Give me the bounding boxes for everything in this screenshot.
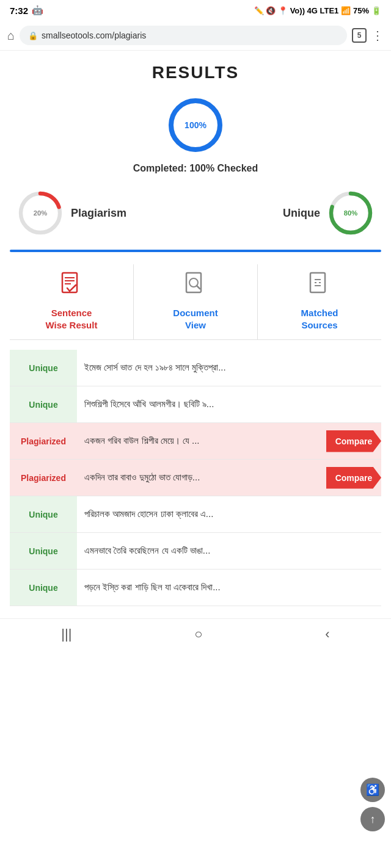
main-content: RESULTS 100% Completed: 100% Checked 20%… <box>0 51 391 618</box>
url-bar[interactable]: 🔒 smallseotools.com/plagiaris <box>20 26 347 45</box>
result-text: একজন গরিব বাউল শিল্পীর মেয়ে। যে ... <box>77 428 326 454</box>
status-badge: Plagiarized <box>10 423 77 459</box>
tab-document-label: DocumentView <box>173 307 217 331</box>
svg-rect-10 <box>186 273 201 292</box>
signal-icons: ✏️ 🔇 📍 Vo)) 4G LTE1 📶 <box>254 6 351 15</box>
browser-bar: ⌂ 🔒 smallseotools.com/plagiaris 5 ⋮ <box>0 21 391 51</box>
compare-button[interactable]: Compare <box>326 467 381 489</box>
nav-home-button[interactable]: ○ <box>194 626 202 642</box>
plagiarism-circle: 20% <box>16 189 65 237</box>
unique-circle: 80% <box>326 189 375 237</box>
view-tabs: SentenceWise Result DocumentView <box>10 264 381 340</box>
unique-stat: Unique 80% <box>283 189 375 237</box>
status-badge: Unique <box>10 386 77 422</box>
result-text: শিশুশিল্পী হিসেবে আঁখি আলমগীর। ছবিটি ৯..… <box>77 391 381 418</box>
result-row: Unique পড়নে ইস্তি করা শাড়ি ছিল যা একেব… <box>10 570 381 606</box>
compare-button[interactable]: Compare <box>326 430 381 452</box>
result-row: Unique পরিচালক আমজাদ হোসেন ঢাকা ক্লাবের … <box>10 496 381 533</box>
time-display: 7:32 <box>10 5 28 16</box>
nav-back-button[interactable]: ‹ <box>325 626 329 642</box>
status-badge: Unique <box>10 533 77 569</box>
result-row: Plagiarized একজন গরিব বাউল শিল্পীর মেয়ে… <box>10 423 381 460</box>
result-text: পরিচালক আমজাদ হোসেন ঢাকা ক্লাবের এ... <box>77 501 381 527</box>
more-options-icon[interactable]: ⋮ <box>371 28 384 43</box>
bottom-nav: ||| ○ ‹ <box>0 618 391 649</box>
result-text: পড়নে ইস্তি করা শাড়ি ছিল যা একেবারে দিখ… <box>77 574 381 601</box>
result-text: এমনভাবে তৈরি করেছিলেন যে একটি ভাঙা... <box>77 538 381 564</box>
completed-text: Completed: 100% Checked <box>10 163 381 174</box>
battery-icon: 🔋 <box>371 6 381 15</box>
svg-rect-6 <box>62 273 77 292</box>
main-circle-label: 100% <box>185 120 206 130</box>
result-text: ইমেজ সোর্স ভাত দে হল ১৯৮৪ সালে মুক্তিপ্র… <box>77 355 381 381</box>
sentence-tab-icon <box>59 272 84 302</box>
status-badge: Unique <box>10 350 77 386</box>
status-badge: Plagiarized <box>10 460 77 496</box>
android-icon: 🤖 <box>32 5 43 16</box>
url-text: smallseotools.com/plagiaris <box>42 31 146 40</box>
blue-divider <box>10 250 381 252</box>
result-row: Unique ইমেজ সোর্স ভাত দে হল ১৯৮৪ সালে মু… <box>10 350 381 386</box>
status-badge: Unique <box>10 570 77 606</box>
result-row: Plagiarized একদিন তার বাবাও দুমুঠো ভাত য… <box>10 460 381 496</box>
status-badge: Unique <box>10 496 77 532</box>
document-tab-icon <box>183 272 208 302</box>
unique-percent: 80% <box>344 209 357 217</box>
unique-label: Unique <box>283 207 320 220</box>
battery-display: 75% <box>353 6 369 15</box>
svg-line-12 <box>197 286 200 289</box>
result-row: Unique এমনভাবে তৈরি করেছিলেন যে একটি ভাঙ… <box>10 533 381 570</box>
tab-sentence-wise[interactable]: SentenceWise Result <box>10 264 134 339</box>
tab-document-view[interactable]: DocumentView <box>134 264 258 339</box>
plagiarism-label: Plagiarism <box>71 207 126 220</box>
tab-count[interactable]: 5 <box>352 28 367 43</box>
plagiarism-stat: 20% Plagiarism <box>16 189 126 237</box>
result-text: একদিন তার বাবাও দুমুঠো ভাত যোগাড়... <box>77 465 326 491</box>
status-bar: 7:32 🤖 ✏️ 🔇 📍 Vo)) 4G LTE1 📶 75% 🔋 <box>0 0 391 21</box>
home-icon[interactable]: ⌂ <box>7 29 15 43</box>
results-title: RESULTS <box>10 63 381 82</box>
nav-menu-button[interactable]: ||| <box>61 626 71 642</box>
tab-matched-label: MatchedSources <box>301 307 338 331</box>
tab-sentence-label: SentenceWise Result <box>46 307 98 331</box>
matched-tab-icon <box>307 272 332 302</box>
main-circle: 100% <box>10 95 381 156</box>
plagiarism-percent: 20% <box>34 209 47 217</box>
svg-rect-13 <box>310 273 325 292</box>
tab-matched-sources[interactable]: MatchedSources <box>258 264 381 339</box>
results-list: Unique ইমেজ সোর্স ভাত দে হল ১৯৮৪ সালে মু… <box>10 350 381 606</box>
result-row: Unique শিশুশিল্পী হিসেবে আঁখি আলমগীর। ছব… <box>10 386 381 423</box>
lock-icon: 🔒 <box>28 31 38 40</box>
stats-row: 20% Plagiarism Unique 80% <box>10 189 381 237</box>
